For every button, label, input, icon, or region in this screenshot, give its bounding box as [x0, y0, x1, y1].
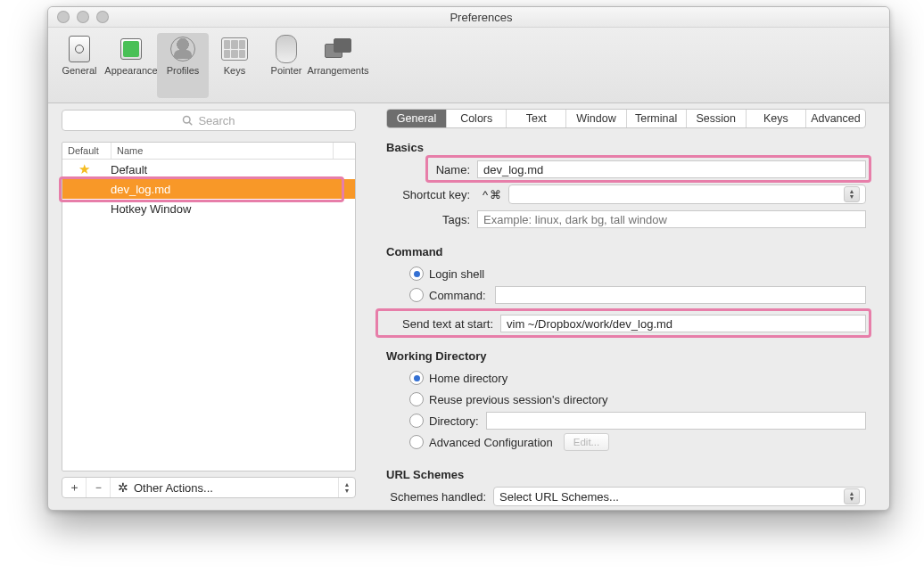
other-actions-menu[interactable]: ✲ Other Actions... [111, 478, 338, 497]
gear-icon: ✲ [118, 480, 128, 495]
keys-icon [221, 36, 248, 62]
svg-line-1 [190, 122, 193, 125]
shortcut-symbols: ^⌘ [477, 188, 508, 201]
star-icon: ★ [78, 161, 90, 177]
tags-label: Tags: [386, 213, 477, 226]
col-name[interactable]: Name [111, 143, 334, 159]
search-icon [182, 115, 193, 126]
toolbar-profiles[interactable]: Profiles [157, 33, 209, 98]
schemes-label: Schemes handled: [386, 490, 493, 504]
home-dir-label: Home directory [429, 372, 507, 385]
schemes-dropdown[interactable]: Select URL Schemes... ▲▼ [493, 487, 866, 506]
col-default[interactable]: Default [62, 143, 111, 159]
window-title: Preferences [109, 11, 889, 24]
tab-session[interactable]: Session [687, 110, 747, 127]
command-label: Command: [429, 289, 495, 302]
tab-window[interactable]: Window [566, 110, 626, 127]
list-item[interactable]: ★ Default [62, 160, 355, 179]
directory-field[interactable] [486, 412, 866, 430]
section-url: URL Schemes [386, 468, 866, 481]
tab-terminal[interactable]: Terminal [627, 110, 687, 127]
section-command: Command [386, 245, 866, 258]
toolbar-arrangements[interactable]: Arrangements [312, 33, 364, 98]
close-icon[interactable] [57, 11, 70, 23]
list-item[interactable]: Hotkey Window [62, 199, 355, 218]
search-input[interactable]: Search [62, 110, 356, 131]
arrangements-icon [325, 36, 351, 62]
tab-keys[interactable]: Keys [747, 110, 806, 127]
appearance-icon [118, 36, 144, 62]
schemes-value: Select URL Schemes... [499, 490, 619, 504]
section-workdir: Working Directory [386, 349, 866, 363]
toolbar-keys[interactable]: Keys [209, 33, 260, 98]
login-shell-label: Login shell [429, 267, 484, 281]
profile-name: dev_log.md [105, 183, 355, 196]
tab-general[interactable]: General [387, 110, 447, 127]
stepper-icon: ▲▼ [844, 186, 860, 202]
search-placeholder: Search [198, 114, 235, 127]
directory-radio[interactable] [409, 414, 424, 428]
toolbar-label: Pointer [271, 65, 302, 76]
chevron-down-icon: ▲▼ [844, 488, 860, 504]
command-radio[interactable] [409, 288, 424, 302]
toolbar-label: Keys [224, 65, 245, 76]
reuse-dir-label: Reuse previous session's directory [429, 393, 607, 406]
command-field[interactable] [495, 286, 866, 304]
tags-field[interactable] [477, 210, 866, 228]
toolbar-pointer[interactable]: Pointer [260, 33, 312, 98]
profiles-icon [169, 36, 196, 62]
profiles-header: Default Name [62, 143, 355, 160]
left-panel: Search Default Name ★ Default dev_l [48, 96, 356, 510]
zoom-icon[interactable] [96, 11, 109, 23]
advanced-config-radio[interactable] [409, 435, 424, 449]
name-label: Name: [386, 163, 477, 176]
switch-icon [66, 36, 93, 62]
directory-label: Directory: [429, 414, 486, 428]
advanced-config-label: Advanced Configuration [429, 436, 553, 449]
tab-text[interactable]: Text [507, 110, 566, 127]
home-dir-radio[interactable] [409, 371, 424, 385]
chevron-down-icon[interactable]: ▲▼ [338, 478, 355, 497]
toolbar-label: Profiles [167, 65, 200, 76]
send-label: Send text at start: [386, 317, 500, 331]
edit-button[interactable]: Edit... [564, 433, 609, 451]
remove-profile-button[interactable]: － [87, 478, 111, 497]
toolbar-label: Arrangements [307, 65, 368, 76]
tab-colors[interactable]: Colors [447, 110, 507, 127]
profiles-actions: ＋ － ✲ Other Actions... ▲▼ [62, 477, 356, 498]
add-profile-button[interactable]: ＋ [62, 478, 87, 497]
toolbar-label: General [62, 65, 96, 76]
send-text-field[interactable] [500, 315, 866, 332]
titlebar: Preferences [48, 7, 889, 28]
name-field[interactable] [477, 160, 866, 178]
right-panel: General Colors Text Window Terminal Sess… [356, 96, 889, 510]
section-basics: Basics [386, 141, 866, 154]
minimize-icon[interactable] [77, 11, 89, 23]
login-shell-radio[interactable] [409, 266, 424, 281]
profile-name: Default [105, 163, 355, 176]
svg-point-0 [184, 117, 191, 124]
preferences-window: Preferences General Appearance Profiles … [47, 6, 890, 511]
toolbar: General Appearance Profiles Keys Pointer… [48, 28, 889, 103]
toolbar-general[interactable]: General [54, 33, 105, 98]
shortcut-label: Shortcut key: [386, 188, 477, 201]
other-actions-label: Other Actions... [134, 481, 213, 495]
mouse-icon [273, 36, 300, 62]
list-item[interactable]: dev_log.md [62, 179, 355, 199]
toolbar-appearance[interactable]: Appearance [105, 33, 157, 98]
profile-name: Hotkey Window [105, 202, 355, 216]
profiles-list[interactable]: Default Name ★ Default dev_log.md H [62, 142, 356, 471]
shortcut-dropdown[interactable]: ▲▼ [508, 184, 866, 204]
profile-tabs: General Colors Text Window Terminal Sess… [386, 109, 866, 128]
reuse-dir-radio[interactable] [409, 392, 424, 406]
toolbar-label: Appearance [104, 65, 157, 76]
traffic-lights [57, 11, 109, 23]
tab-advanced[interactable]: Advanced [806, 110, 865, 127]
